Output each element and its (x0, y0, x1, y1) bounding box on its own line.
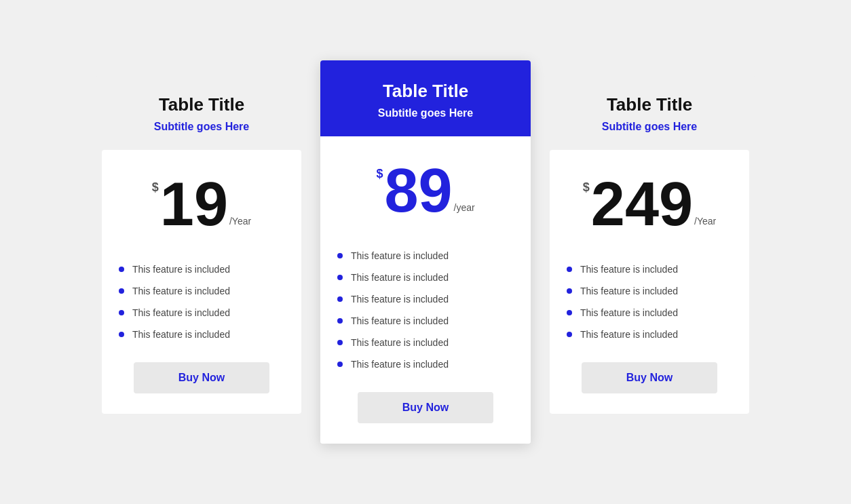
card-header-basic: Table TitleSubtitle goes Here (96, 74, 307, 150)
feature-item-premium-2: This feature is included (567, 302, 732, 324)
price-wrapper-popular: $89/year (376, 160, 474, 221)
currency-symbol-premium: $ (583, 180, 590, 195)
price-section-basic: $19/Year (119, 167, 284, 241)
feature-item-basic-0: This feature is included (119, 258, 284, 280)
buy-button-popular[interactable]: Buy Now (358, 392, 493, 423)
price-wrapper-basic: $19/Year (152, 174, 251, 235)
pricing-card-basic: Table TitleSubtitle goes Here$19/YearThi… (96, 74, 307, 419)
price-section-premium: $249/Year (567, 167, 732, 241)
card-title-popular: Table Title (334, 81, 517, 102)
price-period-basic: /Year (229, 216, 251, 227)
pricing-card-premium: Table TitleSubtitle goes Here$249/YearTh… (544, 74, 755, 419)
feature-item-popular-4: This feature is included (337, 332, 514, 353)
feature-item-basic-2: This feature is included (119, 302, 284, 324)
features-list-basic: This feature is includedThis feature is … (119, 258, 284, 345)
card-subtitle-basic: Subtitle goes Here (110, 121, 293, 133)
card-header-premium: Table TitleSubtitle goes Here (544, 74, 755, 150)
pricing-card-popular: Table TitleSubtitle goes Here$89/yearThi… (320, 60, 531, 444)
buy-button-premium[interactable]: Buy Now (582, 362, 717, 393)
feature-item-popular-5: This feature is included (337, 353, 514, 375)
card-body-basic: $19/YearThis feature is includedThis fea… (102, 150, 301, 414)
feature-item-premium-1: This feature is included (567, 280, 732, 302)
pricing-container: Table TitleSubtitle goes Here$19/YearThi… (76, 47, 775, 457)
feature-item-popular-3: This feature is included (337, 310, 514, 332)
card-header-popular: Table TitleSubtitle goes Here (320, 60, 531, 136)
price-period-premium: /Year (694, 216, 716, 227)
card-title-basic: Table Title (110, 94, 293, 115)
feature-item-popular-0: This feature is included (337, 245, 514, 267)
card-title-premium: Table Title (558, 94, 741, 115)
features-list-popular: This feature is includedThis feature is … (337, 245, 514, 375)
feature-item-popular-2: This feature is included (337, 288, 514, 310)
price-amount-basic: 19 (160, 174, 228, 235)
currency-symbol-popular: $ (376, 167, 383, 181)
card-body-popular: $89/yearThis feature is includedThis fea… (320, 136, 531, 444)
price-period-popular: /year (454, 202, 475, 213)
card-subtitle-popular: Subtitle goes Here (334, 107, 517, 119)
feature-item-basic-3: This feature is included (119, 324, 284, 345)
feature-item-premium-3: This feature is included (567, 324, 732, 345)
price-wrapper-premium: $249/Year (583, 174, 716, 235)
features-list-premium: This feature is includedThis feature is … (567, 258, 732, 345)
feature-item-popular-1: This feature is included (337, 267, 514, 288)
currency-symbol-basic: $ (152, 180, 159, 195)
price-section-popular: $89/year (337, 153, 514, 228)
feature-item-basic-1: This feature is included (119, 280, 284, 302)
feature-item-premium-0: This feature is included (567, 258, 732, 280)
price-amount-premium: 249 (591, 174, 693, 235)
buy-button-basic[interactable]: Buy Now (134, 362, 269, 393)
price-amount-popular: 89 (384, 160, 452, 221)
card-subtitle-premium: Subtitle goes Here (558, 121, 741, 133)
card-body-premium: $249/YearThis feature is includedThis fe… (550, 150, 749, 414)
